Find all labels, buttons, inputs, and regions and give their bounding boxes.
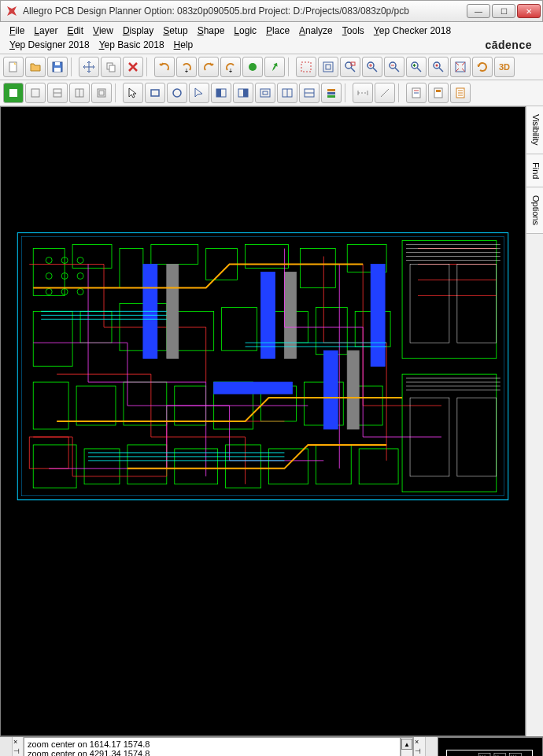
tab-visibility[interactable]: Visibility xyxy=(526,106,543,154)
worldview-panel: WorldVie xyxy=(425,737,543,756)
maximize-button[interactable]: ☐ xyxy=(492,4,515,18)
cmd-line: zoom center on 4291.34 1574.8 xyxy=(28,749,397,756)
svg-rect-107 xyxy=(167,265,179,359)
mode-placement-button[interactable] xyxy=(25,83,46,103)
mode-etch-button[interactable] xyxy=(47,83,68,103)
zoom-window-button[interactable] xyxy=(296,57,316,77)
svg-rect-106 xyxy=(214,382,293,394)
workspace: Visibility Find Options xyxy=(0,106,543,736)
zoom-prev-button[interactable] xyxy=(406,57,427,77)
svg-line-14 xyxy=(373,68,377,72)
mode-shape-button[interactable] xyxy=(91,83,112,103)
redo-button[interactable] xyxy=(198,57,219,77)
svg-rect-8 xyxy=(323,62,333,72)
svg-rect-23 xyxy=(9,89,17,97)
dim2-button[interactable] xyxy=(375,83,395,103)
menu-yepchecker[interactable]: Yep Checker 2018 xyxy=(369,24,456,38)
menu-yepdesigner[interactable]: Yep Designer 2018 xyxy=(5,38,94,52)
zoom-select-button[interactable] xyxy=(340,57,360,77)
svg-rect-76 xyxy=(76,386,116,425)
toolbar-main: 3D xyxy=(0,54,543,80)
menu-file[interactable]: File xyxy=(5,24,29,38)
save-button[interactable] xyxy=(47,57,68,77)
layer4-button[interactable] xyxy=(277,83,297,103)
3d-button[interactable]: 3D xyxy=(494,57,515,77)
rect-button[interactable] xyxy=(145,83,165,103)
menu-edit[interactable]: Edit xyxy=(62,24,88,38)
layer5-button[interactable] xyxy=(299,83,320,103)
command-tab[interactable]: Command xyxy=(0,737,13,756)
svg-rect-108 xyxy=(284,272,296,358)
layer2-button[interactable] xyxy=(233,83,253,103)
redo-down-button[interactable] xyxy=(220,57,241,77)
report3-button[interactable] xyxy=(450,83,471,103)
pcb-canvas[interactable] xyxy=(0,106,526,736)
close-button[interactable]: ✕ xyxy=(517,4,541,18)
wv-close-icon[interactable]: × xyxy=(414,737,425,747)
cadence-logo: cādence xyxy=(485,39,538,51)
svg-rect-43 xyxy=(327,89,335,91)
svg-point-95 xyxy=(46,272,52,279)
mode-general-button[interactable] xyxy=(3,83,24,103)
cmd-line: zoom center on 1614.17 1574.8 xyxy=(28,739,397,749)
svg-rect-36 xyxy=(243,89,248,97)
svg-rect-59 xyxy=(72,245,112,269)
menu-help[interactable]: Help xyxy=(169,38,198,52)
svg-rect-84 xyxy=(84,449,120,484)
svg-point-97 xyxy=(77,272,83,279)
svg-point-21 xyxy=(436,65,438,67)
zoom-extents-button[interactable] xyxy=(450,57,471,77)
cmd-pin-icon[interactable]: ⊣ xyxy=(13,747,23,756)
layer1-button[interactable] xyxy=(211,83,231,103)
titlebar: Allegro PCB Design Planner Option: 083z0… xyxy=(0,0,543,22)
dim1-button[interactable] xyxy=(353,83,373,103)
menu-view[interactable]: View xyxy=(88,24,118,38)
cmd-close-icon[interactable]: × xyxy=(13,737,23,747)
select-button[interactable] xyxy=(189,83,209,103)
svg-rect-86 xyxy=(175,449,218,484)
tab-options[interactable]: Options xyxy=(526,187,543,234)
menubar: File Layer Edit View Display Setup Shape… xyxy=(0,22,543,54)
scroll-up-icon[interactable]: ▲ xyxy=(401,739,412,750)
wv-pin-icon[interactable]: ⊣ xyxy=(414,747,425,756)
zoom-center-button[interactable] xyxy=(428,57,449,77)
menu-analyze[interactable]: Analyze xyxy=(294,24,338,38)
command-log[interactable]: zoom center on 1614.17 1574.8 zoom cente… xyxy=(24,737,401,756)
report1-button[interactable] xyxy=(406,83,427,103)
go-button[interactable] xyxy=(242,57,263,77)
pin-button[interactable] xyxy=(264,57,285,77)
svg-rect-105 xyxy=(371,265,385,367)
open-button[interactable] xyxy=(25,57,46,77)
mode-signal-button[interactable] xyxy=(69,83,90,103)
circle-button[interactable] xyxy=(167,83,187,103)
zoom-fit-button[interactable] xyxy=(318,57,338,77)
command-panel: Command × ⊣ zoom center on 1614.17 1574.… xyxy=(0,737,414,756)
copy-button[interactable] xyxy=(101,57,121,77)
worldview-canvas[interactable] xyxy=(438,737,543,756)
worldview-tab[interactable]: WorldVie xyxy=(425,737,438,756)
undo-button[interactable] xyxy=(154,57,175,77)
svg-rect-9 xyxy=(326,65,331,69)
layer3-button[interactable] xyxy=(255,83,275,103)
report2-button[interactable] xyxy=(428,83,449,103)
minimize-button[interactable]: — xyxy=(467,4,490,18)
move-button[interactable] xyxy=(79,57,99,77)
stack-button[interactable] xyxy=(321,83,342,103)
new-button[interactable] xyxy=(3,57,24,77)
menu-display[interactable]: Display xyxy=(118,24,158,38)
menu-yepbasic[interactable]: Yep Basic 2018 xyxy=(94,38,169,52)
tab-find[interactable]: Find xyxy=(526,154,543,187)
menu-place[interactable]: Place xyxy=(261,24,294,38)
zoom-out-button[interactable] xyxy=(384,57,404,77)
refresh-button[interactable] xyxy=(472,57,493,77)
menu-layer[interactable]: Layer xyxy=(29,24,62,38)
cmd-scrollbar[interactable]: ▲ ▼ xyxy=(401,737,413,756)
menu-shape[interactable]: Shape xyxy=(193,24,230,38)
menu-tools[interactable]: Tools xyxy=(338,24,369,38)
undo-down-button[interactable] xyxy=(176,57,197,77)
delete-button[interactable] xyxy=(123,57,143,77)
menu-logic[interactable]: Logic xyxy=(229,24,261,38)
menu-setup[interactable]: Setup xyxy=(158,24,192,38)
cursor-button[interactable] xyxy=(123,83,143,103)
zoom-in-button[interactable] xyxy=(362,57,382,77)
